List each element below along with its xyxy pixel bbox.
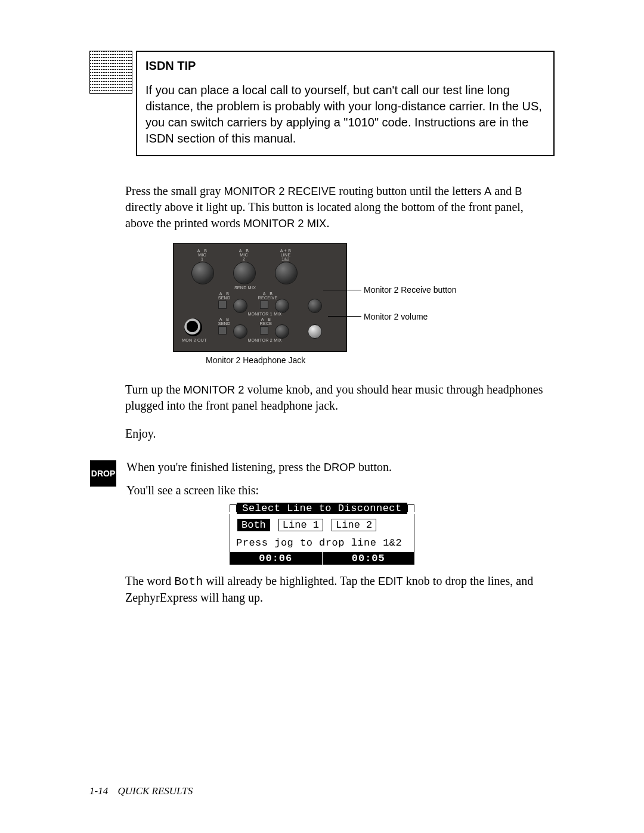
knob — [233, 299, 247, 313]
lcd-hint: Press jog to drop line 1&2 — [235, 537, 409, 549]
leader-line — [328, 316, 361, 317]
paragraph-monitor2-receive: Press the small gray MONITOR 2 RECEIVE r… — [125, 183, 555, 231]
routing-button — [260, 301, 268, 309]
lcd-body: Both Line 1 Line 2 Press jog to drop lin… — [230, 514, 414, 552]
lcd-notch — [230, 504, 237, 512]
lcd-option-both: Both — [237, 519, 270, 531]
tip-body: If you can place a local call to yoursel… — [145, 83, 542, 145]
smallcaps: DROP — [324, 461, 355, 473]
binary-icon — [89, 51, 132, 94]
knob — [275, 299, 289, 313]
panel-label: SEND MIX — [227, 286, 263, 290]
drop-text: When you're finished listening, press th… — [126, 459, 392, 499]
text: When you're finished listening, press th… — [126, 460, 324, 473]
panel-label: A B SEND — [215, 292, 233, 300]
knob-line — [275, 262, 298, 284]
figure-label-mon2-volume: Monitor 2 volume — [364, 312, 428, 321]
mixer-panel-image: A B MIC 1 A B MIC 2 A + B LINE 1&2 SEND … — [173, 243, 347, 352]
smallcaps: EDIT — [378, 575, 403, 587]
panel-label: MONITOR 1 MIX — [241, 312, 289, 316]
text: and — [491, 184, 515, 197]
knob-mic2 — [233, 262, 256, 284]
drop-line-2: You'll see a screen like this: — [126, 482, 392, 499]
panel-label: A B SEND — [215, 317, 233, 326]
panel-label: A B MIC 1 — [189, 249, 215, 261]
lcd-time-2: 00:05 — [323, 552, 415, 565]
code-text: Both — [174, 575, 203, 589]
drop-button-icon: DROP — [89, 460, 117, 487]
lcd-option-line1: Line 1 — [278, 519, 323, 531]
text: Turn up the — [125, 383, 184, 396]
knob — [233, 324, 247, 339]
paragraph-turn-up: Turn up the MONITOR 2 volume knob, and y… — [125, 382, 555, 414]
text: The word — [125, 574, 174, 587]
figure-label-mon2-receive: Monitor 2 Receive button — [364, 285, 457, 295]
figure-caption-headphone-jack: Monitor 2 Headphone Jack — [206, 355, 483, 365]
panel-label: A B RECEIVE — [257, 292, 278, 300]
figure-front-panel: A B MIC 1 A B MIC 2 A + B LINE 1&2 SEND … — [173, 243, 483, 365]
isdn-tip-block: ISDN TIP If you can place a local call t… — [89, 51, 555, 156]
smallcaps: B — [515, 185, 522, 197]
panel-label: A B MIC 2 — [231, 249, 257, 261]
lcd-time-1: 00:06 — [230, 552, 322, 565]
leader-line — [323, 290, 361, 290]
tip-title: ISDN TIP — [145, 58, 545, 74]
smallcaps: MONITOR 2 — [184, 383, 244, 396]
lcd-title: Select Line to Disconnect — [237, 503, 407, 514]
smallcaps: A — [484, 185, 491, 197]
headphone-jack — [184, 318, 202, 336]
knob-mon2-vol — [308, 324, 322, 339]
knob-mon1-vol — [308, 299, 322, 313]
text: routing button until the letters — [336, 184, 484, 197]
lcd-option-line2: Line 2 — [332, 519, 376, 531]
paragraph-both-highlighted: The word Both will already be highlighte… — [125, 573, 555, 606]
routing-button — [218, 326, 227, 335]
lcd-options: Both Line 1 Line 2 — [235, 519, 409, 531]
lcd-screen: Select Line to Disconnect Both Line 1 Li… — [230, 503, 414, 565]
mon2-receive-button — [260, 326, 268, 335]
page-number: 1-14 — [89, 785, 108, 797]
panel-label: A B RECE — [257, 317, 275, 326]
routing-button — [218, 301, 227, 309]
smallcaps: MONITOR 2 MIX — [243, 217, 327, 230]
text: Press the small gray — [125, 184, 224, 197]
text: button. — [355, 460, 392, 473]
lcd-bottom-bar: 00:06 00:05 — [230, 552, 414, 565]
drop-instruction-row: DROP When you're finished listening, pre… — [89, 459, 555, 499]
drop-line-1: When you're finished listening, press th… — [126, 459, 392, 476]
knob — [275, 324, 289, 339]
panel-label: MONITOR 2 MIX — [241, 338, 289, 342]
page-footer: 1-14 QUICK RESULTS — [89, 785, 193, 797]
panel-label: A + B LINE 1&2 — [273, 249, 299, 261]
lcd-titlebar: Select Line to Disconnect — [230, 503, 414, 514]
text: . — [326, 216, 329, 230]
smallcaps: MONITOR 2 RECEIVE — [224, 185, 336, 197]
panel-label: MON 2 OUT — [179, 338, 209, 342]
text: will already be highlighted. Tap the — [203, 574, 378, 587]
section-title: QUICK RESULTS — [117, 785, 193, 797]
isdn-tip-box: ISDN TIP If you can place a local call t… — [136, 51, 555, 156]
lcd-notch — [407, 504, 414, 512]
knob-mic1 — [191, 262, 214, 284]
paragraph-enjoy: Enjoy. — [125, 426, 555, 442]
